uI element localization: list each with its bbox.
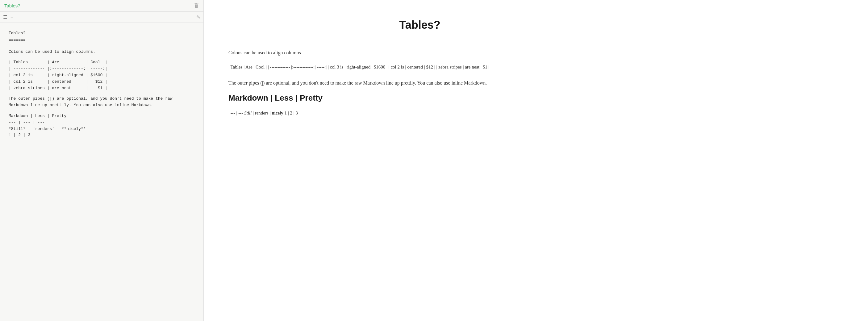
editor-para1: The outer pipes (|) are optional, and yo… [9,96,195,109]
editor-table2: Markdown | Less | Pretty --- | --- | ---… [9,113,195,138]
edit-icon[interactable]: ✎ [196,14,200,20]
preview-separator [228,41,611,41]
preview-inline-table: | --- | --- Still | renders | nicely 1 |… [228,109,611,117]
editor-table1: | Tables | Are | Cool | | ------------- … [9,59,195,91]
editor-intro-text: Colons can be used to align columns. [9,49,195,55]
preview-title: Tables? [228,19,611,31]
menu-icon[interactable]: ☰ [3,14,7,20]
left-toolbar: ☰ + ✎ [0,12,204,23]
editor-table2-raw: Markdown | Less | Pretty --- | --- | ---… [9,113,195,138]
right-panel: Tables? Colons can be used to align colu… [204,0,868,321]
preview-intro: Colons can be used to align columns. [228,49,611,57]
preview-para1: The outer pipes (|) are optional, and yo… [228,79,611,87]
preview-raw-table1: | Tables | Are | Cool | | ------------- … [228,63,611,71]
trash-icon[interactable] [193,3,199,9]
add-icon[interactable]: + [10,14,13,20]
editor-title: Tables? [9,30,195,37]
preview-h2: Markdown | Less | Pretty [228,93,611,103]
editor-intro: Colons can be used to align columns. [9,49,195,55]
tab-title: Tables? [4,3,20,8]
editor-content: Tables? ======= Colons can be used to al… [0,23,204,321]
editor-table1-raw: | Tables | Are | Cool | | ------------- … [9,59,195,91]
left-header: Tables? [0,0,204,12]
left-panel: Tables? ☰ + ✎ Tables? ======= Colons can… [0,0,204,321]
editor-underline: ======= [9,37,195,44]
editor-title-block: Tables? ======= [9,30,195,44]
editor-para1-text: The outer pipes (|) are optional, and yo… [9,96,195,109]
preview-content: Tables? Colons can be used to align colu… [204,0,636,136]
